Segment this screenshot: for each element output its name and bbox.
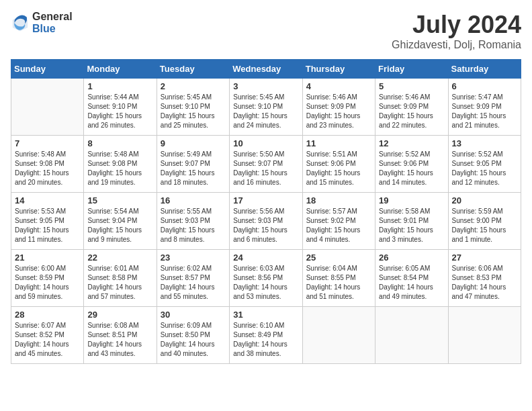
day-info: Sunrise: 5:58 AMSunset: 9:01 PMDaylight:… <box>379 207 444 244</box>
calendar-cell: 25Sunrise: 6:04 AMSunset: 8:55 PMDayligh… <box>302 250 375 307</box>
day-info: Sunrise: 5:50 AMSunset: 9:07 PMDaylight:… <box>233 150 298 187</box>
calendar-cell: 31Sunrise: 6:10 AMSunset: 8:49 PMDayligh… <box>230 307 302 364</box>
calendar-week-3: 14Sunrise: 5:53 AMSunset: 9:05 PMDayligh… <box>11 193 521 250</box>
day-number: 24 <box>233 253 298 263</box>
calendar-cell: 17Sunrise: 5:56 AMSunset: 9:03 PMDayligh… <box>230 193 302 250</box>
day-info: Sunrise: 6:04 AMSunset: 8:55 PMDaylight:… <box>306 264 371 302</box>
day-info: Sunrise: 6:10 AMSunset: 8:49 PMDaylight:… <box>233 321 298 359</box>
day-number: 13 <box>452 138 517 148</box>
day-info: Sunrise: 6:08 AMSunset: 8:51 PMDaylight:… <box>87 321 152 359</box>
day-info: Sunrise: 5:55 AMSunset: 9:03 PMDaylight:… <box>161 207 226 244</box>
page-header: General Blue July 2024 Ghizdavesti, Dolj… <box>11 11 521 51</box>
calendar-cell: 4Sunrise: 5:46 AMSunset: 9:09 PMDaylight… <box>302 79 375 136</box>
day-number: 11 <box>306 138 371 148</box>
calendar-cell: 20Sunrise: 5:59 AMSunset: 9:00 PMDayligh… <box>448 193 521 250</box>
calendar-week-4: 21Sunrise: 6:00 AMSunset: 8:59 PMDayligh… <box>11 250 521 307</box>
day-info: Sunrise: 5:54 AMSunset: 9:04 PMDaylight:… <box>87 207 152 244</box>
day-number: 3 <box>233 81 298 91</box>
day-number: 27 <box>452 253 517 263</box>
day-number: 31 <box>233 310 298 320</box>
day-number: 20 <box>452 195 517 205</box>
day-number: 8 <box>87 138 152 148</box>
day-number: 2 <box>161 81 226 91</box>
calendar-cell: 18Sunrise: 5:57 AMSunset: 9:02 PMDayligh… <box>302 193 375 250</box>
location-title: Ghizdavesti, Dolj, Romania <box>392 39 521 51</box>
day-info: Sunrise: 5:49 AMSunset: 9:07 PMDaylight:… <box>161 150 226 187</box>
calendar-cell: 15Sunrise: 5:54 AMSunset: 9:04 PMDayligh… <box>84 193 157 250</box>
calendar-week-2: 7Sunrise: 5:48 AMSunset: 9:08 PMDaylight… <box>11 136 521 193</box>
day-info: Sunrise: 6:06 AMSunset: 8:53 PMDaylight:… <box>452 264 517 302</box>
day-number: 7 <box>15 138 80 148</box>
title-area: July 2024 Ghizdavesti, Dolj, Romania <box>392 11 521 51</box>
calendar-cell <box>375 307 448 364</box>
day-number: 1 <box>87 81 152 91</box>
calendar-cell: 13Sunrise: 5:52 AMSunset: 9:05 PMDayligh… <box>448 136 521 193</box>
day-info: Sunrise: 5:46 AMSunset: 9:09 PMDaylight:… <box>379 93 444 130</box>
day-number: 29 <box>87 310 152 320</box>
logo-text: General Blue <box>32 11 73 34</box>
calendar-week-5: 28Sunrise: 6:07 AMSunset: 8:52 PMDayligh… <box>11 307 521 364</box>
day-info: Sunrise: 5:51 AMSunset: 9:06 PMDaylight:… <box>306 150 371 187</box>
calendar-cell <box>448 307 521 364</box>
calendar-cell: 11Sunrise: 5:51 AMSunset: 9:06 PMDayligh… <box>302 136 375 193</box>
calendar-cell: 23Sunrise: 6:02 AMSunset: 8:57 PMDayligh… <box>157 250 229 307</box>
calendar-cell: 3Sunrise: 5:45 AMSunset: 9:10 PMDaylight… <box>230 79 302 136</box>
day-number: 19 <box>379 195 444 205</box>
calendar-cell: 16Sunrise: 5:55 AMSunset: 9:03 PMDayligh… <box>157 193 229 250</box>
day-number: 12 <box>379 138 444 148</box>
weekday-header-saturday: Saturday <box>448 60 521 79</box>
day-info: Sunrise: 6:01 AMSunset: 8:58 PMDaylight:… <box>87 264 152 302</box>
logo-general-text: General <box>32 11 73 23</box>
day-number: 4 <box>306 81 371 91</box>
day-number: 30 <box>161 310 226 320</box>
day-number: 6 <box>452 81 517 91</box>
day-number: 18 <box>306 195 371 205</box>
day-info: Sunrise: 5:47 AMSunset: 9:09 PMDaylight:… <box>452 93 517 130</box>
calendar-cell: 22Sunrise: 6:01 AMSunset: 8:58 PMDayligh… <box>84 250 157 307</box>
day-info: Sunrise: 6:07 AMSunset: 8:52 PMDaylight:… <box>15 321 80 359</box>
day-number: 14 <box>15 195 80 205</box>
calendar-cell <box>302 307 375 364</box>
calendar-cell: 6Sunrise: 5:47 AMSunset: 9:09 PMDaylight… <box>448 79 521 136</box>
calendar-cell: 10Sunrise: 5:50 AMSunset: 9:07 PMDayligh… <box>230 136 302 193</box>
calendar-cell <box>11 79 84 136</box>
calendar-cell: 27Sunrise: 6:06 AMSunset: 8:53 PMDayligh… <box>448 250 521 307</box>
day-number: 21 <box>15 253 80 263</box>
calendar-cell: 2Sunrise: 5:45 AMSunset: 9:10 PMDaylight… <box>157 79 229 136</box>
calendar-cell: 9Sunrise: 5:49 AMSunset: 9:07 PMDaylight… <box>157 136 229 193</box>
calendar-cell: 24Sunrise: 6:03 AMSunset: 8:56 PMDayligh… <box>230 250 302 307</box>
day-number: 5 <box>379 81 444 91</box>
weekday-header-wednesday: Wednesday <box>230 60 302 79</box>
day-info: Sunrise: 5:56 AMSunset: 9:03 PMDaylight:… <box>233 207 298 244</box>
day-info: Sunrise: 6:00 AMSunset: 8:59 PMDaylight:… <box>15 264 80 302</box>
calendar-cell: 7Sunrise: 5:48 AMSunset: 9:08 PMDaylight… <box>11 136 84 193</box>
weekday-header-tuesday: Tuesday <box>157 60 229 79</box>
calendar-table: SundayMondayTuesdayWednesdayThursdayFrid… <box>11 59 521 364</box>
day-number: 25 <box>306 253 371 263</box>
day-info: Sunrise: 5:57 AMSunset: 9:02 PMDaylight:… <box>306 207 371 244</box>
calendar-cell: 8Sunrise: 5:48 AMSunset: 9:08 PMDaylight… <box>84 136 157 193</box>
day-number: 28 <box>15 310 80 320</box>
calendar-cell: 5Sunrise: 5:46 AMSunset: 9:09 PMDaylight… <box>375 79 448 136</box>
day-info: Sunrise: 5:46 AMSunset: 9:09 PMDaylight:… <box>306 93 371 130</box>
day-info: Sunrise: 6:02 AMSunset: 8:57 PMDaylight:… <box>161 264 226 302</box>
day-info: Sunrise: 5:59 AMSunset: 9:00 PMDaylight:… <box>452 207 517 244</box>
day-number: 16 <box>161 195 226 205</box>
weekday-header-thursday: Thursday <box>302 60 375 79</box>
month-title: July 2024 <box>392 11 521 39</box>
day-info: Sunrise: 5:44 AMSunset: 9:10 PMDaylight:… <box>87 93 152 130</box>
calendar-cell: 1Sunrise: 5:44 AMSunset: 9:10 PMDaylight… <box>84 79 157 136</box>
day-number: 9 <box>161 138 226 148</box>
day-info: Sunrise: 5:48 AMSunset: 9:08 PMDaylight:… <box>15 150 80 187</box>
calendar-cell: 19Sunrise: 5:58 AMSunset: 9:01 PMDayligh… <box>375 193 448 250</box>
calendar-week-1: 1Sunrise: 5:44 AMSunset: 9:10 PMDaylight… <box>11 79 521 136</box>
calendar-cell: 21Sunrise: 6:00 AMSunset: 8:59 PMDayligh… <box>11 250 84 307</box>
logo-blue-text: Blue <box>32 23 73 35</box>
logo-icon <box>11 13 30 32</box>
calendar-cell: 29Sunrise: 6:08 AMSunset: 8:51 PMDayligh… <box>84 307 157 364</box>
day-number: 15 <box>87 195 152 205</box>
day-info: Sunrise: 5:48 AMSunset: 9:08 PMDaylight:… <box>87 150 152 187</box>
calendar-cell: 28Sunrise: 6:07 AMSunset: 8:52 PMDayligh… <box>11 307 84 364</box>
day-info: Sunrise: 6:09 AMSunset: 8:50 PMDaylight:… <box>161 321 226 359</box>
day-number: 10 <box>233 138 298 148</box>
